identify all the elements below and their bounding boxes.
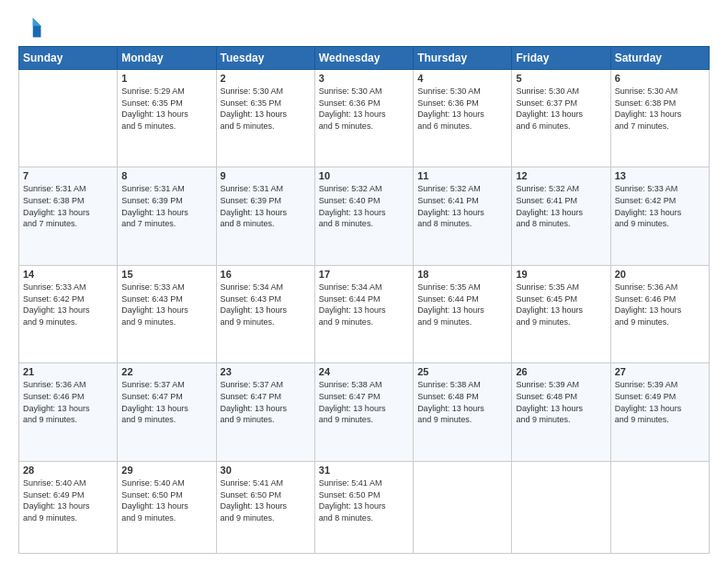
day-number: 13 (615, 170, 705, 181)
day-number: 12 (516, 170, 606, 181)
day-info: Sunrise: 5:40 AM Sunset: 6:49 PM Dayligh… (23, 477, 113, 523)
day-number: 20 (615, 269, 705, 280)
day-info: Sunrise: 5:31 AM Sunset: 6:39 PM Dayligh… (221, 183, 311, 229)
weekday-header-row: SundayMondayTuesdayWednesdayThursdayFrid… (19, 47, 710, 70)
day-number: 29 (121, 465, 211, 476)
calendar-cell: 11Sunrise: 5:32 AM Sunset: 6:41 PM Dayli… (414, 167, 512, 265)
day-number: 27 (615, 366, 705, 377)
calendar-cell: 20Sunrise: 5:36 AM Sunset: 6:46 PM Dayli… (610, 265, 709, 362)
calendar-cell: 3Sunrise: 5:30 AM Sunset: 6:36 PM Daylig… (314, 70, 413, 167)
day-info: Sunrise: 5:41 AM Sunset: 6:50 PM Dayligh… (221, 477, 311, 523)
day-number: 6 (615, 73, 705, 84)
day-info: Sunrise: 5:34 AM Sunset: 6:44 PM Dayligh… (319, 282, 409, 327)
day-info: Sunrise: 5:29 AM Sunset: 6:35 PM Dayligh… (121, 86, 211, 132)
calendar-cell: 5Sunrise: 5:30 AM Sunset: 6:37 PM Daylig… (512, 70, 610, 167)
page: SundayMondayTuesdayWednesdayThursdayFrid… (0, 0, 728, 563)
calendar-cell: 12Sunrise: 5:32 AM Sunset: 6:41 PM Dayli… (512, 167, 610, 265)
logo-icon (18, 15, 44, 40)
day-info: Sunrise: 5:36 AM Sunset: 6:46 PM Dayligh… (23, 379, 113, 425)
calendar-cell: 13Sunrise: 5:33 AM Sunset: 6:42 PM Dayli… (610, 167, 709, 265)
calendar-cell: 14Sunrise: 5:33 AM Sunset: 6:42 PM Dayli… (19, 265, 118, 362)
day-info: Sunrise: 5:36 AM Sunset: 6:46 PM Dayligh… (615, 282, 705, 327)
day-info: Sunrise: 5:30 AM Sunset: 6:36 PM Dayligh… (417, 86, 507, 132)
day-info: Sunrise: 5:35 AM Sunset: 6:44 PM Dayligh… (417, 282, 507, 327)
day-number: 26 (516, 366, 606, 377)
day-number: 5 (516, 73, 606, 84)
header (18, 15, 710, 40)
day-number: 7 (23, 170, 113, 181)
day-number: 9 (221, 170, 311, 181)
calendar-week-row: 7Sunrise: 5:31 AM Sunset: 6:38 PM Daylig… (19, 167, 710, 265)
calendar-cell (19, 70, 118, 167)
weekday-header-monday: Monday (118, 47, 216, 70)
day-info: Sunrise: 5:35 AM Sunset: 6:45 PM Dayligh… (516, 282, 606, 327)
calendar-cell: 8Sunrise: 5:31 AM Sunset: 6:39 PM Daylig… (118, 167, 216, 265)
day-number: 4 (417, 73, 507, 84)
calendar-cell: 18Sunrise: 5:35 AM Sunset: 6:44 PM Dayli… (414, 265, 512, 362)
day-info: Sunrise: 5:30 AM Sunset: 6:37 PM Dayligh… (516, 86, 606, 132)
day-number: 30 (221, 465, 311, 476)
calendar-cell: 26Sunrise: 5:39 AM Sunset: 6:48 PM Dayli… (512, 363, 610, 461)
calendar-cell: 24Sunrise: 5:38 AM Sunset: 6:47 PM Dayli… (314, 363, 413, 461)
day-number: 25 (417, 366, 507, 377)
day-number: 8 (121, 170, 211, 181)
calendar-week-row: 1Sunrise: 5:29 AM Sunset: 6:35 PM Daylig… (19, 70, 710, 167)
day-number: 21 (23, 366, 113, 377)
weekday-header-sunday: Sunday (19, 47, 118, 70)
day-number: 2 (221, 73, 311, 84)
day-number: 31 (319, 465, 409, 476)
day-info: Sunrise: 5:37 AM Sunset: 6:47 PM Dayligh… (221, 379, 311, 425)
day-info: Sunrise: 5:41 AM Sunset: 6:50 PM Dayligh… (319, 477, 409, 523)
calendar-week-row: 28Sunrise: 5:40 AM Sunset: 6:49 PM Dayli… (19, 461, 710, 553)
day-info: Sunrise: 5:33 AM Sunset: 6:42 PM Dayligh… (615, 183, 705, 229)
day-number: 22 (121, 366, 211, 377)
day-info: Sunrise: 5:39 AM Sunset: 6:49 PM Dayligh… (615, 379, 705, 425)
day-number: 3 (319, 73, 409, 84)
day-number: 10 (319, 170, 409, 181)
calendar-cell: 2Sunrise: 5:30 AM Sunset: 6:35 PM Daylig… (216, 70, 314, 167)
calendar-cell: 10Sunrise: 5:32 AM Sunset: 6:40 PM Dayli… (314, 167, 413, 265)
day-number: 16 (221, 269, 311, 280)
day-info: Sunrise: 5:32 AM Sunset: 6:41 PM Dayligh… (417, 183, 507, 229)
day-info: Sunrise: 5:40 AM Sunset: 6:50 PM Dayligh… (121, 477, 211, 523)
weekday-header-tuesday: Tuesday (216, 47, 314, 70)
calendar-cell: 30Sunrise: 5:41 AM Sunset: 6:50 PM Dayli… (216, 461, 314, 553)
day-info: Sunrise: 5:34 AM Sunset: 6:43 PM Dayligh… (221, 282, 311, 327)
day-number: 1 (121, 73, 211, 84)
day-number: 18 (417, 269, 507, 280)
calendar-cell: 9Sunrise: 5:31 AM Sunset: 6:39 PM Daylig… (216, 167, 314, 265)
weekday-header-friday: Friday (512, 47, 610, 70)
calendar-cell: 31Sunrise: 5:41 AM Sunset: 6:50 PM Dayli… (314, 461, 413, 553)
svg-marker-1 (33, 18, 41, 27)
calendar-cell: 16Sunrise: 5:34 AM Sunset: 6:43 PM Dayli… (216, 265, 314, 362)
day-info: Sunrise: 5:30 AM Sunset: 6:38 PM Dayligh… (615, 86, 705, 132)
day-number: 28 (23, 465, 113, 476)
calendar-cell: 28Sunrise: 5:40 AM Sunset: 6:49 PM Dayli… (19, 461, 118, 553)
day-info: Sunrise: 5:37 AM Sunset: 6:47 PM Dayligh… (121, 379, 211, 425)
calendar-cell: 1Sunrise: 5:29 AM Sunset: 6:35 PM Daylig… (118, 70, 216, 167)
day-info: Sunrise: 5:30 AM Sunset: 6:35 PM Dayligh… (221, 86, 311, 132)
calendar-cell (414, 461, 512, 553)
day-info: Sunrise: 5:38 AM Sunset: 6:47 PM Dayligh… (319, 379, 409, 425)
day-number: 19 (516, 269, 606, 280)
calendar-cell (512, 461, 610, 553)
day-number: 23 (221, 366, 311, 377)
calendar-table: SundayMondayTuesdayWednesdayThursdayFrid… (18, 46, 710, 554)
day-info: Sunrise: 5:31 AM Sunset: 6:38 PM Dayligh… (23, 183, 113, 229)
calendar-cell: 15Sunrise: 5:33 AM Sunset: 6:43 PM Dayli… (118, 265, 216, 362)
day-number: 15 (121, 269, 211, 280)
calendar-cell: 17Sunrise: 5:34 AM Sunset: 6:44 PM Dayli… (314, 265, 413, 362)
logo (18, 15, 48, 40)
calendar-week-row: 14Sunrise: 5:33 AM Sunset: 6:42 PM Dayli… (19, 265, 710, 362)
calendar-cell (610, 461, 709, 553)
calendar-cell: 19Sunrise: 5:35 AM Sunset: 6:45 PM Dayli… (512, 265, 610, 362)
calendar-cell: 22Sunrise: 5:37 AM Sunset: 6:47 PM Dayli… (118, 363, 216, 461)
day-info: Sunrise: 5:38 AM Sunset: 6:48 PM Dayligh… (417, 379, 507, 425)
day-number: 11 (417, 170, 507, 181)
calendar-cell: 29Sunrise: 5:40 AM Sunset: 6:50 PM Dayli… (118, 461, 216, 553)
day-number: 14 (23, 269, 113, 280)
calendar-cell: 6Sunrise: 5:30 AM Sunset: 6:38 PM Daylig… (610, 70, 709, 167)
day-info: Sunrise: 5:33 AM Sunset: 6:43 PM Dayligh… (121, 282, 211, 327)
day-info: Sunrise: 5:32 AM Sunset: 6:40 PM Dayligh… (319, 183, 409, 229)
day-info: Sunrise: 5:39 AM Sunset: 6:48 PM Dayligh… (516, 379, 606, 425)
